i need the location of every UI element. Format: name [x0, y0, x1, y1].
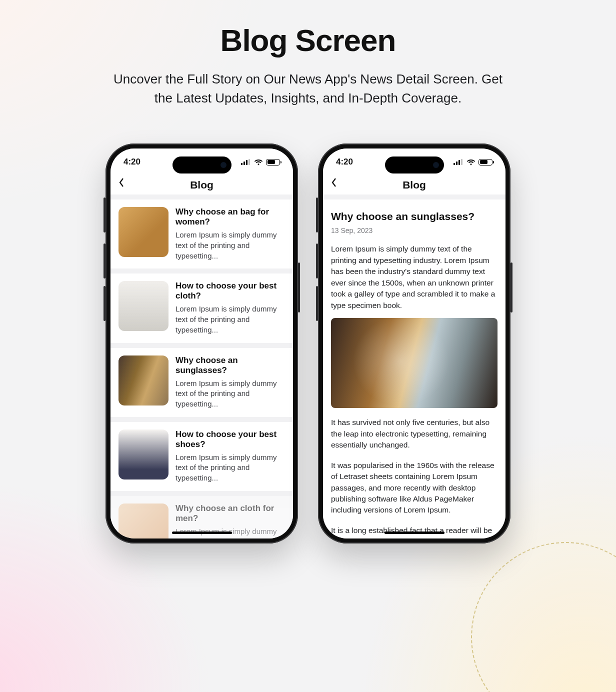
blog-list-item[interactable]: How to choose your best cloth? Lorem Ips…	[110, 268, 293, 342]
cellular-icon	[454, 159, 464, 165]
detail-date: 13 Sep, 2023	[331, 226, 498, 234]
status-time: 4:20	[336, 157, 353, 167]
page-subtitle: Uncover the Full Story on Our News App's…	[0, 70, 616, 108]
battery-icon	[478, 159, 492, 166]
page-title: Blog Screen	[0, 22, 616, 58]
blog-list-item[interactable]: How to choose your best shoes? Lorem Ips…	[110, 417, 293, 491]
blog-thumbnail	[118, 504, 168, 539]
blog-detail[interactable]: Why choose an sunglasses? 13 Sep, 2023 L…	[323, 200, 506, 538]
navbar-title: Blog	[402, 179, 426, 191]
blog-item-title: Why choose an bag for women?	[176, 207, 285, 227]
detail-paragraph: It has survived not only five centuries,…	[331, 417, 498, 450]
dynamic-island	[172, 156, 232, 174]
navbar: Blog	[323, 176, 506, 200]
blog-list-item[interactable]: Why choose an bag for women? Lorem Ipsum…	[110, 200, 293, 268]
blog-item-title: Why choose an cloth for men?	[176, 504, 285, 524]
blog-item-title: How to choose your best cloth?	[176, 281, 285, 301]
blog-item-excerpt: Lorem Ipsum is simply dummy text of the …	[176, 378, 285, 410]
blog-list[interactable]: Why choose an bag for women? Lorem Ipsum…	[110, 200, 293, 538]
blog-item-excerpt: Lorem Ipsum is simply dummy text of the …	[176, 230, 285, 261]
blog-item-excerpt: Lorem Ipsum is simply dummy text of the …	[176, 452, 285, 484]
home-indicator[interactable]	[384, 532, 444, 534]
wifi-icon	[466, 159, 476, 166]
detail-paragraph: Lorem Ipsum is simply dummy text of the …	[331, 244, 498, 311]
phone-mockup-list: 4:20 Blog Why c	[106, 144, 298, 544]
blog-list-item[interactable]: Why choose an sunglasses? Lorem Ipsum is…	[110, 343, 293, 417]
blog-thumbnail	[118, 356, 168, 406]
home-indicator[interactable]	[172, 532, 232, 534]
cellular-icon	[241, 159, 251, 165]
wifi-icon	[254, 159, 263, 166]
status-time: 4:20	[124, 157, 140, 167]
decorative-circle	[471, 542, 616, 692]
blog-thumbnail	[118, 207, 168, 257]
chevron-left-icon	[331, 178, 337, 188]
blog-thumbnail	[118, 281, 168, 331]
navbar-title: Blog	[190, 179, 214, 191]
battery-icon	[266, 159, 280, 166]
detail-paragraph: It was popularised in the 1960s with the…	[331, 460, 498, 516]
chevron-left-icon	[118, 178, 124, 188]
back-button[interactable]	[118, 176, 134, 190]
navbar: Blog	[110, 176, 293, 200]
detail-title: Why choose an sunglasses?	[331, 210, 498, 222]
blog-item-title: How to choose your best shoes?	[176, 430, 285, 450]
blog-item-title: Why choose an sunglasses?	[176, 356, 285, 376]
phone-mockup-detail: 4:20 Blog Why choose an sunglasses?	[318, 144, 510, 544]
detail-hero-image	[331, 318, 498, 408]
blog-item-excerpt: Lorem Ipsum is simply dummy text of the …	[176, 304, 285, 335]
dynamic-island	[385, 156, 444, 174]
back-button[interactable]	[331, 176, 346, 190]
blog-thumbnail	[118, 430, 168, 480]
